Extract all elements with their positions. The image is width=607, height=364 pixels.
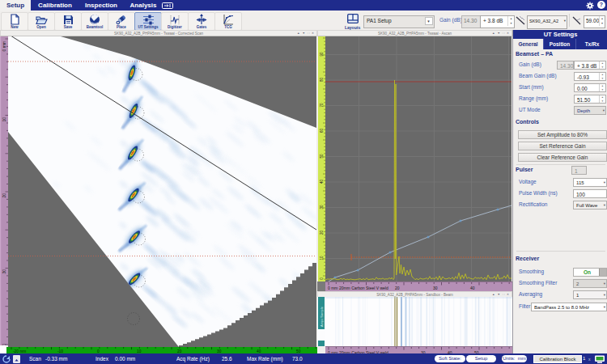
svg-text:20: 20 bbox=[320, 231, 324, 235]
svg-text:-10: -10 bbox=[57, 349, 63, 353]
svg-text:30: 30 bbox=[217, 349, 222, 353]
svg-text:50: 50 bbox=[296, 349, 301, 353]
svg-text:30: 30 bbox=[433, 286, 438, 290]
svg-text:90: 90 bbox=[320, 52, 324, 57]
svg-text:0 mm: 0 mm bbox=[2, 41, 6, 52]
svg-text:20: 20 bbox=[177, 349, 182, 353]
svg-text:0: 0 bbox=[320, 277, 324, 280]
svg-text:50: 50 bbox=[320, 154, 324, 159]
svg-text:30: 30 bbox=[320, 205, 324, 210]
svg-text:40: 40 bbox=[470, 286, 475, 290]
svg-text:20: 20 bbox=[395, 286, 400, 290]
svg-text:-20 mm: -20 mm bbox=[13, 349, 26, 353]
svg-text:10: 10 bbox=[320, 256, 324, 260]
svg-text:0 mm 20mm Carbon Steel V weld: 0 mm 20mm Carbon Steel V weld bbox=[328, 286, 388, 290]
svg-text:20: 20 bbox=[2, 193, 6, 198]
svg-text:70: 70 bbox=[320, 103, 324, 108]
svg-text:10: 10 bbox=[137, 349, 142, 353]
svg-text:30: 30 bbox=[2, 269, 6, 274]
svg-text:60: 60 bbox=[320, 129, 324, 133]
svg-text:Amps Sample: Amps Sample bbox=[320, 306, 324, 327]
svg-text:40: 40 bbox=[257, 349, 261, 353]
svg-text:80: 80 bbox=[320, 78, 324, 83]
svg-text:10: 10 bbox=[2, 117, 6, 122]
svg-text:0: 0 bbox=[97, 349, 100, 353]
svg-text:40: 40 bbox=[320, 180, 324, 184]
